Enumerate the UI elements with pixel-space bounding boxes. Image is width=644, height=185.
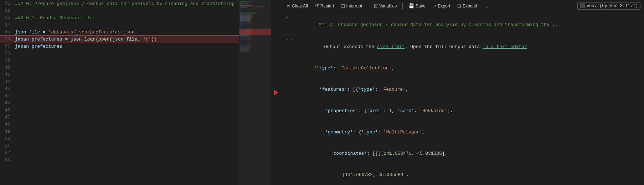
minimap[interactable] xyxy=(239,0,271,185)
line-num-44: 44 xyxy=(0,94,14,99)
line-num-50: 50 xyxy=(0,136,14,141)
save-button[interactable]: 💾 Save xyxy=(407,2,427,9)
main-container: 31 ### 0: Prepare geojason / census data… xyxy=(0,0,644,185)
code-line-31: 31 ### 0: Prepare geojason / census data… xyxy=(0,0,239,7)
code-line-38: 38 xyxy=(0,50,239,57)
expand-icon: ⊡ xyxy=(457,3,461,9)
code-line-43: 43 xyxy=(0,85,239,92)
json-text-6: [141.660782, 45.035583], xyxy=(314,164,640,185)
code-line-52: 52 xyxy=(0,149,239,157)
json-text-1: {'type': 'FeatureCollection', xyxy=(286,58,640,79)
code-line-39: 39 xyxy=(0,57,239,64)
output-dots[interactable]: ··· xyxy=(286,36,294,43)
json-line-2: 'features': [{'type': 'Feature', xyxy=(286,79,640,100)
code-line-36: 36 japan_prefectures = json.load(open(js… xyxy=(0,36,239,43)
line-num-47: 47 xyxy=(0,115,14,120)
code-line-37: 37 japan_prefectures xyxy=(0,43,239,50)
line-num-34: 34 xyxy=(0,22,14,27)
line-num-49: 49 xyxy=(0,129,14,134)
more-button[interactable]: ... xyxy=(483,3,489,9)
code-line-40: 40 xyxy=(0,64,239,71)
size-limit-text: Output exceeds the size limit. Open the … xyxy=(296,36,640,58)
code-line-42: 42 xyxy=(0,78,239,85)
separator-2 xyxy=(402,3,403,9)
line-num-35: 35 xyxy=(0,30,14,35)
line-num-46: 46 xyxy=(0,108,14,113)
arrow-panel xyxy=(271,0,282,185)
json-text-3: 'properties': {'pref': 1, 'name': 'Hokka… xyxy=(297,100,640,122)
line-content-37: japan_prefectures xyxy=(14,44,239,49)
code-line-51: 51 xyxy=(0,142,239,149)
restart-icon: ↺ xyxy=(315,3,319,9)
output-panel: ✕ Clear All ↺ Restart Interrupt ⊞ Variab… xyxy=(282,0,644,185)
code-line-47: 47 xyxy=(0,114,239,121)
line-num-33: 33 xyxy=(0,15,14,20)
line-num-32: 32 xyxy=(0,8,14,13)
save-icon: 💾 xyxy=(408,3,414,9)
line-num-52: 52 xyxy=(0,150,14,155)
interrupt-icon xyxy=(341,4,345,8)
line-content-35: json_file = 'datasets/json/prefectures.j… xyxy=(14,30,239,35)
json-line-5: 'coordinates': [[[[141.663476, 45.031326… xyxy=(286,143,640,164)
json-line-3: 'properties': {'pref': 1, 'name': 'Hokka… xyxy=(286,100,640,122)
restart-button[interactable]: ↺ Restart xyxy=(314,2,336,9)
line-num-39: 39 xyxy=(0,58,14,63)
minimap-highlight xyxy=(239,29,271,35)
code-editor: 31 ### 0: Prepare geojason / census data… xyxy=(0,0,239,185)
code-line-34: 34 xyxy=(0,21,239,28)
code-line-35: 35 json_file = 'datasets/json/prefecture… xyxy=(0,28,239,36)
arrow-right-icon xyxy=(274,90,278,95)
output-content: ✓ ### 0: Prepare geojason / census data … xyxy=(282,12,644,185)
cell-header-text: ### 0: Prepare geojason / census data fo… xyxy=(291,14,640,36)
line-num-41: 41 xyxy=(0,72,14,77)
code-line-32: 32 xyxy=(0,7,239,14)
export-button[interactable]: ↗ Export xyxy=(431,2,452,9)
environment-selector[interactable]: ⬛ venv (Python 3.11.1) xyxy=(577,2,640,10)
line-num-48: 48 xyxy=(0,122,14,127)
code-line-44: 44 xyxy=(0,92,239,100)
code-line-48: 48 xyxy=(0,121,239,128)
code-line-41: 41 xyxy=(0,71,239,78)
line-num-37: 37 xyxy=(0,44,14,49)
minimap-canvas xyxy=(239,0,271,185)
code-line-49: 49 xyxy=(0,128,239,135)
checkmark-icon: ✓ xyxy=(286,14,289,21)
variables-button[interactable]: ⊞ Variables xyxy=(372,2,398,9)
line-num-45: 45 xyxy=(0,101,14,106)
json-text-5: 'coordinates': [[[[141.663476, 45.031326… xyxy=(303,143,640,164)
text-editor-link[interactable]: in a text editor xyxy=(483,44,527,49)
code-line-50: 50 xyxy=(0,135,239,142)
size-limit-line: ··· Output exceeds the size limit. Open … xyxy=(286,36,640,58)
cell-header-line: ✓ ### 0: Prepare geojason / census data … xyxy=(286,14,640,36)
code-line-46: 46 xyxy=(0,107,239,114)
expand-button[interactable]: ⊡ Expand xyxy=(456,2,479,9)
interrupt-button[interactable]: Interrupt xyxy=(340,3,364,9)
clear-all-button[interactable]: ✕ Clear All xyxy=(285,2,309,9)
export-icon: ↗ xyxy=(433,3,437,9)
table-icon: ⊞ xyxy=(374,3,378,9)
line-num-43: 43 xyxy=(0,86,14,91)
line-content-36: japan_prefectures = json.load(open(json_… xyxy=(14,37,239,42)
line-num-51: 51 xyxy=(0,143,14,148)
code-line-53: 53 xyxy=(0,157,239,164)
separator-1 xyxy=(368,3,368,9)
line-content-33: ### 0-1: Read a GeoJson file xyxy=(14,15,239,21)
json-line-4: 'geometry': {'type': 'MultiPolygon', xyxy=(286,122,640,143)
json-line-6: [141.660782, 45.035583], xyxy=(286,164,640,185)
size-limit-link[interactable]: size limit xyxy=(377,44,405,49)
line-num-42: 42 xyxy=(0,79,14,84)
json-text-2: 'features': [{'type': 'Feature', xyxy=(292,79,640,100)
line-num-40: 40 xyxy=(0,65,14,70)
line-num-31: 31 xyxy=(0,1,14,6)
line-num-53: 53 xyxy=(0,158,14,163)
code-line-45: 45 xyxy=(0,100,239,107)
line-num-36: 36 xyxy=(0,37,14,42)
code-line-33: 33 ### 0-1: Read a GeoJson file xyxy=(0,14,239,21)
x-icon: ✕ xyxy=(287,3,290,9)
line-num-38: 38 xyxy=(0,51,14,56)
output-toolbar: ✕ Clear All ↺ Restart Interrupt ⊞ Variab… xyxy=(282,0,644,12)
env-icon: ⬛ xyxy=(580,3,585,9)
line-content-31: ### 0: Prepare geojason / census data fo… xyxy=(14,1,239,6)
json-text-4: 'geometry': {'type': 'MultiPolygon', xyxy=(297,122,640,143)
json-line-1: {'type': 'FeatureCollection', xyxy=(286,58,640,79)
